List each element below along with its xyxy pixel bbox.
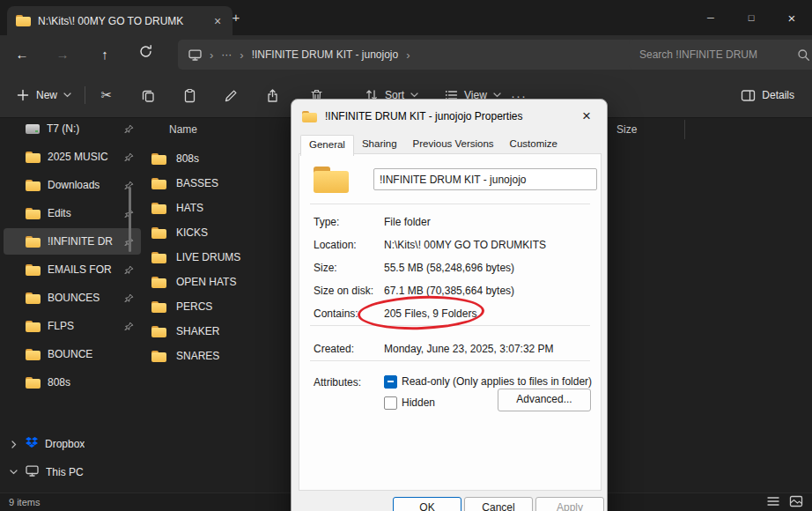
property-label: Size: [314,262,384,274]
sidebar-item-t7-drive[interactable]: T7 (N:) [4,115,141,142]
chevron-right-icon[interactable] [9,441,18,448]
folder-icon [151,277,166,288]
sidebar-item-label: BOUNCE [48,348,92,360]
readonly-checkbox[interactable] [384,375,397,389]
folder-icon [151,252,166,263]
sidebar-item-bounce[interactable]: BOUNCE [4,341,141,367]
tab-general[interactable]: General [300,135,354,156]
sidebar-item-808s[interactable]: 808s [4,369,141,396]
dialog-tabs: General Sharing Previous Versions Custom… [300,135,565,156]
close-button[interactable]: × [771,0,812,35]
folder-icon [151,203,166,214]
column-divider[interactable] [684,120,685,139]
sidebar-item-edits[interactable]: Edits [4,200,141,226]
property-label: Created: [314,343,384,355]
folder-icon [26,293,41,304]
new-tab-button[interactable]: + [227,9,245,26]
sidebar-item-downloads[interactable]: Downloads [4,172,141,198]
back-button[interactable]: ← [11,43,33,66]
address-bar[interactable]: › ··· › !INFINITE DRUM KIT - junojojo › [178,40,643,70]
details-view-toggle[interactable] [766,495,780,509]
details-button-label: Details [762,89,794,101]
minimize-button[interactable]: ─ [690,0,731,35]
window-controls: ─ □ × [690,0,812,35]
property-label: Type: [314,216,384,228]
property-value: 55.5 MB (58,248,696 bytes) [384,262,514,274]
properties-dialog: !INFINITE DRUM KIT - junojojo Properties… [291,99,608,511]
property-label: Contains: [314,307,384,320]
ok-button[interactable]: OK [393,497,461,511]
pin-icon [124,265,134,275]
file-name: PERCS [176,300,212,313]
file-name: HATS [176,202,203,214]
sidebar-item-label: FLPS [48,320,74,332]
sidebar-item-label: 2025 MUSIC [48,151,108,163]
sidebar-item-this-pc[interactable]: This PC [4,459,141,485]
property-value: 67.1 MB (70,385,664 bytes) [384,285,514,297]
dialog-close-icon[interactable]: × [577,107,596,125]
up-button[interactable]: ↑ [93,43,116,66]
folder-icon-large [314,167,349,193]
search-input[interactable] [638,48,792,62]
file-name: 808s [176,152,199,165]
new-button-label: New [36,89,57,101]
property-row-location: Location: N:\Kits\! 00MY GO TO DRUMKITS [314,239,592,251]
refresh-button[interactable] [134,43,157,66]
pin-icon [124,124,134,134]
cancel-button[interactable]: Cancel [464,497,533,511]
search-icon [797,48,810,62]
hidden-label: Hidden [402,396,435,409]
pin-icon [124,293,134,303]
explorer-tab[interactable]: N:\Kits\! 00MY GO TO DRUMK × [7,6,233,35]
sidebar-scrollbar-thumb[interactable] [129,187,131,252]
breadcrumb-current[interactable]: !INFINITE DRUM KIT - junojojo [252,48,398,61]
apply-button[interactable]: Apply [535,497,604,511]
copy-button[interactable] [133,81,163,109]
share-button[interactable] [257,81,287,109]
folder-icon [151,301,166,313]
sidebar-item-label: BOUNCES [48,292,100,304]
tab-close-icon[interactable]: × [210,14,225,28]
hidden-checkbox[interactable] [384,396,397,410]
chevron-right-icon: › [210,48,213,62]
property-row-size: Size: 55.5 MB (58,248,696 bytes) [314,262,592,274]
property-label: Location: [314,239,384,251]
new-button[interactable]: New [7,81,80,109]
advanced-button[interactable]: Advanced... [498,389,591,411]
sidebar-item-2025-music[interactable]: 2025 MUSIC [4,144,141,170]
chevron-down-icon[interactable] [9,470,18,475]
thumbnail-view-toggle[interactable] [789,495,803,509]
sidebar-item-emails-for[interactable]: EMAILS FOR [4,256,141,283]
sidebar-item-label: Dropbox [45,438,85,450]
paste-icon [182,88,197,103]
folder-icon [151,326,166,337]
tab-sharing[interactable]: Sharing [354,135,405,156]
folder-icon [26,377,41,389]
sidebar-item-label: 808s [48,376,70,389]
forward-button: → [51,43,74,66]
tab-previous-versions[interactable]: Previous Versions [405,135,502,156]
sidebar-item-bounces[interactable]: BOUNCES [4,285,141,311]
collapsed-crumbs[interactable]: ··· [221,48,232,61]
pin-icon [124,152,134,162]
rename-button[interactable] [216,81,246,109]
folder-icon [302,111,317,122]
sidebar-item-dropbox[interactable]: Dropbox [4,431,141,457]
sidebar-item-infinite-drum-kit[interactable]: !INFINITE DR [4,228,141,255]
column-header-name[interactable]: Name [169,123,197,136]
maximize-button[interactable]: □ [731,0,771,35]
file-name: BASSES [176,177,218,189]
property-value: File folder [384,216,431,228]
column-header-size[interactable]: Size [616,123,637,136]
file-name: SHAKER [176,325,219,337]
folder-icon [26,208,41,219]
details-pane-button[interactable]: Details [732,81,803,109]
cut-button[interactable]: ✂ [92,81,122,109]
property-value-contains: 205 Files, 9 Folders [384,307,476,320]
sidebar-item-flps[interactable]: FLPS [4,313,141,339]
paste-button[interactable] [174,81,204,109]
separator [310,204,590,204]
tab-customize[interactable]: Customize [502,135,565,156]
folder-icon [26,349,41,360]
folder-name-input[interactable] [373,168,597,190]
